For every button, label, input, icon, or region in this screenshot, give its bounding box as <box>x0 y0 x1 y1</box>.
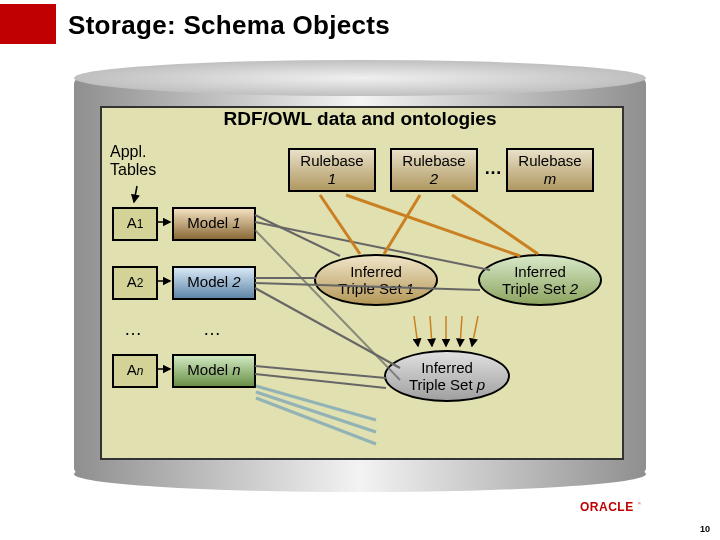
svg-text:ORACLE: ORACLE <box>580 500 634 514</box>
inferred-triple-set-p: InferredTriple Set p <box>384 350 510 402</box>
model-box-2: Model 2 <box>172 266 256 300</box>
appl-box-a2: A2 <box>112 266 158 300</box>
rulebase-2: Rulebase2 <box>390 148 478 192</box>
appl-box-an: An <box>112 354 158 388</box>
rulebase-m: Rulebasem <box>506 148 594 192</box>
cylinder-bottom-cap <box>74 456 646 492</box>
rulebase-1: Rulebase1 <box>288 148 376 192</box>
oracle-logo: ORACLE ® <box>580 498 700 518</box>
svg-text:®: ® <box>638 501 641 506</box>
model-box-n: Model n <box>172 354 256 388</box>
slide-title: Storage: Schema Objects <box>68 10 390 41</box>
inferred-triple-set-2: InferredTriple Set 2 <box>478 254 602 306</box>
red-corner-block <box>0 4 56 44</box>
inferred-triple-set-1: InferredTriple Set 1 <box>314 254 438 306</box>
diagram-title: RDF/OWL data and ontologies <box>100 108 620 130</box>
rulebase-ellipsis: … <box>484 158 502 179</box>
model-box-1: Model 1 <box>172 207 256 241</box>
appl-tables-label: Appl. Tables <box>110 143 156 180</box>
appl-box-a1: A1 <box>112 207 158 241</box>
cylinder-top-cap <box>74 60 646 96</box>
model-ellipsis: … <box>192 319 232 340</box>
page-number: 10 <box>700 524 710 534</box>
appl-ellipsis: … <box>113 319 153 340</box>
